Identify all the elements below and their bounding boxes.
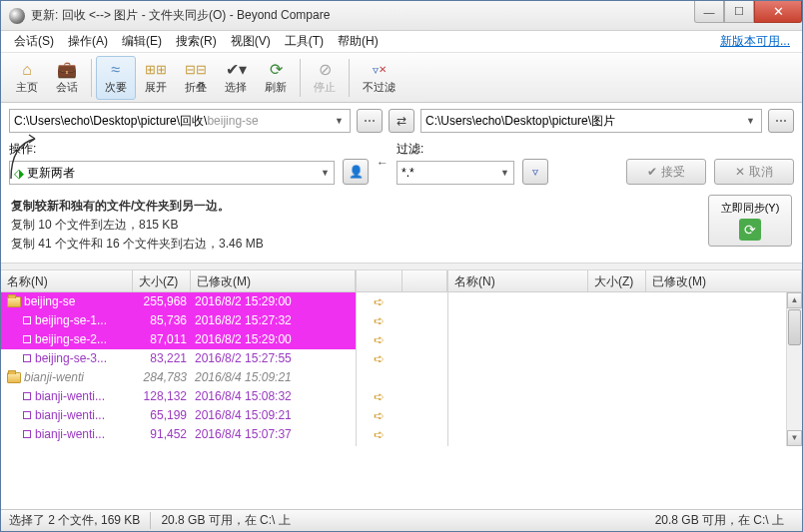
table-row[interactable]: bianji-wenti...65,1992016/8/4 15:09:21 [1,406,356,425]
stop-icon: ⊘ [315,61,335,79]
scroll-down-icon[interactable]: ▼ [787,430,802,446]
filter-input[interactable]: *.*▼ [397,161,514,185]
select-icon: ✔▾ [226,61,246,79]
status-disk-left: 20.8 GB 可用，在 C:\ 上 [151,512,300,529]
home-icon: ⌂ [17,61,37,79]
table-row[interactable]: bianji-wenti284,7832016/8/4 15:09:21 [1,368,356,387]
funnel-off-icon: ▿✕ [370,61,390,79]
table-row[interactable]: beijing-se-2...87,0112016/8/2 15:29:00 [1,330,356,349]
sessions-button[interactable]: 💼会话 [47,56,87,100]
action-arrow: ➪ [357,311,447,330]
left-header: 名称(N) 大小(Z) 已修改(M) [1,270,356,292]
close-button[interactable]: ✕ [754,1,802,23]
cancel-button[interactable]: ✕取消 [714,159,794,185]
file-icon [23,392,31,400]
middle-pane: ➪➪➪➪➪➪➪ [357,270,448,446]
collapse-button[interactable]: ⊟⊟折叠 [176,56,216,100]
minor-button[interactable]: ≈次要 [96,56,136,100]
swap-button[interactable]: ⇄ [389,109,414,133]
action-arrow: ➪ [357,330,447,349]
refresh-icon: ⟳ [266,61,286,79]
action-arrow: ➪ [357,349,447,368]
menu-tools[interactable]: 工具(T) [278,31,331,52]
filter-label: 过滤: [397,141,514,158]
toolbar-separator [300,59,301,97]
file-icon [23,316,31,324]
sync-icon: ⟳ [739,219,761,241]
col-name[interactable]: 名称(N) [1,270,133,291]
col-size[interactable]: 大小(Z) [133,270,191,291]
table-row[interactable]: beijing-se255,9682016/8/2 15:29:00 [1,292,356,311]
file-icon [23,335,31,343]
person-icon: 👤 [349,165,364,179]
menu-action[interactable]: 操作(A) [61,31,115,52]
menu-edit[interactable]: 编辑(E) [115,31,169,52]
path-row: C:\Users\echo\Desktop\picture\回收\beijing… [1,103,802,139]
vertical-scrollbar[interactable]: ▲ ▼ [786,292,802,446]
action-arrow [357,368,447,387]
left-pane: 名称(N) 大小(Z) 已修改(M) beijing-se255,9682016… [1,270,357,446]
comparison-grid: 名称(N) 大小(Z) 已修改(M) beijing-se255,9682016… [1,270,802,446]
accept-button[interactable]: ✔接受 [626,159,706,185]
table-row[interactable]: bianji-wenti...91,4522016/8/4 15:07:37 [1,425,356,444]
operation-label: 操作: [9,141,335,158]
left-path-input[interactable]: C:\Users\echo\Desktop\picture\回收\beijing… [9,109,351,133]
right-browse-button[interactable]: ⋯ [768,109,794,133]
left-rows[interactable]: beijing-se255,9682016/8/2 15:29:00beijin… [1,292,356,446]
presets-button[interactable]: 👤 [343,159,369,185]
folder-icon [7,372,21,383]
nofilter-button[interactable]: ▿✕不过滤 [354,56,404,100]
col-name[interactable]: 名称(N) [448,270,588,291]
scroll-up-icon[interactable]: ▲ [787,292,802,308]
table-row[interactable]: beijing-se-3...83,2212016/8/2 15:27:55 [1,349,356,368]
operation-select[interactable]: ⬗ 更新两者▼ [9,161,335,185]
right-rows[interactable]: ▲ ▼ [448,292,802,446]
filter-apply-button[interactable]: ▿ [522,159,548,185]
chevron-down-icon[interactable]: ▼ [744,116,757,126]
select-button[interactable]: ✔▾选择 [216,56,256,100]
sync-now-button[interactable]: 立即同步(Y) ⟳ [708,195,792,247]
stop-button: ⊘停止 [305,56,345,100]
window-controls: — ☐ ✕ [694,1,802,23]
arrow-left-icon: ← [377,156,389,170]
action-arrow: ➪ [357,406,447,425]
window-title: 更新: 回收 <--> 图片 - 文件夹同步(O) - Beyond Compa… [31,7,694,24]
right-path-input[interactable]: C:\Users\echo\Desktop\picture\图片 ▼ [420,109,762,133]
approx-icon: ≈ [106,61,126,79]
right-header: 名称(N) 大小(Z) 已修改(M) [448,270,802,292]
action-arrow: ➪ [357,387,447,406]
file-icon [23,354,31,362]
status-bar: 选择了 2 个文件, 169 KB 20.8 GB 可用，在 C:\ 上 20.… [1,509,802,531]
horizontal-splitter[interactable] [1,263,802,270]
menu-view[interactable]: 视图(V) [224,31,278,52]
home-button[interactable]: ⌂主页 [7,56,47,100]
menu-help[interactable]: 帮助(H) [331,31,386,52]
update-available-link[interactable]: 新版本可用... [713,31,796,52]
chevron-down-icon[interactable]: ▼ [333,116,346,126]
expand-button[interactable]: ⊞⊞展开 [136,56,176,100]
table-row[interactable]: beijing-se-1...85,7362016/8/2 15:27:32 [1,311,356,330]
refresh-button[interactable]: ⟳刷新 [256,56,296,100]
file-icon [23,430,31,438]
scroll-thumb[interactable] [788,309,801,345]
menu-session[interactable]: 会话(S) [7,31,61,52]
sync-green-icon: ⬗ [14,166,24,181]
toolbar-separator [91,59,92,97]
x-icon: ✕ [735,165,745,179]
toolbar-separator [349,59,350,97]
action-arrow: ➪ [357,292,447,311]
action-arrow: ➪ [357,425,447,444]
col-modified[interactable]: 已修改(M) [191,270,356,291]
col-modified[interactable]: 已修改(M) [646,270,802,291]
table-row[interactable]: bianji-wenti...128,1322016/8/4 15:08:32 [1,387,356,406]
menu-search[interactable]: 搜索(R) [169,31,224,52]
status-selection: 选择了 2 个文件, 169 KB [9,512,151,529]
maximize-button[interactable]: ☐ [724,1,754,23]
status-disk-right: 20.8 GB 可用，在 C:\ 上 [645,512,794,529]
toolbar: ⌂主页 💼会话 ≈次要 ⊞⊞展开 ⊟⊟折叠 ✔▾选择 ⟳刷新 ⊘停止 ▿✕不过滤 [1,53,802,103]
right-pane: 名称(N) 大小(Z) 已修改(M) ▲ ▼ [448,270,802,446]
col-size[interactable]: 大小(Z) [588,270,646,291]
left-browse-button[interactable]: ⋯ [357,109,383,133]
ellipsis-icon: ⋯ [364,114,376,128]
minimize-button[interactable]: — [694,1,724,23]
